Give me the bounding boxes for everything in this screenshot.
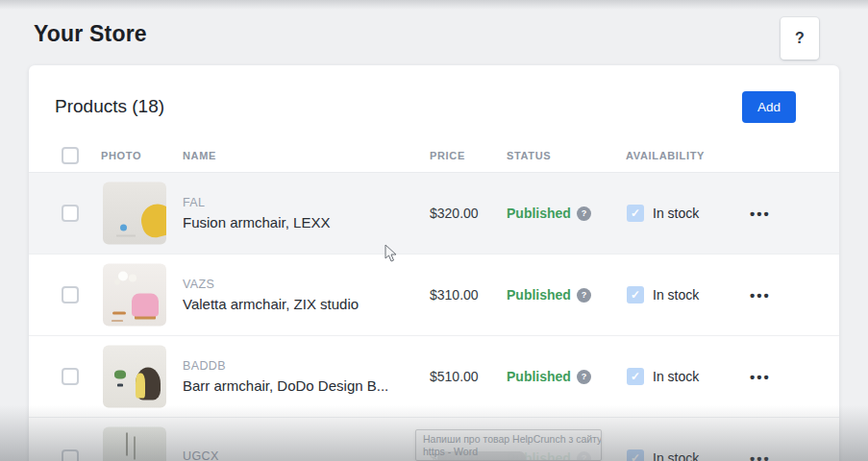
product-price: $310.00 [430,287,479,303]
availability-cell: ✓ In stock [627,449,699,461]
green-plant-photo [103,427,166,461]
product-price: $320.00 [430,206,479,221]
table-row: FAL Fusion armchair, LEXX $320.00 Publis… [29,173,839,255]
table-row: BADDB Barr armchair, DoDo Design B... $5… [29,336,839,418]
add-product-button[interactable]: Add [742,91,796,123]
product-sku: BADDB [183,359,388,373]
tooltip-line-1: Напиши про товар HelpCrunch з сайту виро… [423,433,594,446]
status-help-icon[interactable]: ? [577,206,591,221]
in-stock-checkbox[interactable]: ✓ [627,205,644,222]
product-price: $510.00 [430,369,479,384]
yellow-armchair-photo [103,182,166,245]
page-title: Your Store [34,21,147,47]
in-stock-label: In stock [653,450,699,461]
status-badge: Published [507,369,571,384]
row-actions-menu[interactable]: ••• [750,450,771,461]
in-stock-checkbox[interactable]: ✓ [627,449,644,461]
product-sku: UGCX [183,449,219,461]
row-actions-menu[interactable]: ••• [750,287,771,303]
in-stock-checkbox[interactable]: ✓ [627,286,644,303]
status-help-icon[interactable]: ? [577,370,591,384]
product-name: Fusion armchair, LEXX [183,214,330,230]
product-name-cell: BADDB Barr armchair, DoDo Design B... [183,359,388,394]
column-header-price: PRICE [430,150,465,161]
column-header-photo: PHOTO [101,150,141,161]
product-status-cell: Published ? [507,369,591,384]
pink-armchair-photo [103,264,166,327]
row-actions-menu[interactable]: ••• [750,206,771,222]
product-name: Valetta armchair, ZIX studio [183,296,359,312]
column-header-availability: AVAILABILITY [626,150,705,161]
in-stock-checkbox[interactable]: ✓ [627,368,644,385]
row-select-checkbox[interactable] [62,368,79,385]
row-select-checkbox[interactable] [62,205,79,222]
product-rows: FAL Fusion armchair, LEXX $320.00 Publis… [29,173,839,461]
availability-cell: ✓ In stock [627,286,699,303]
availability-cell: ✓ In stock [627,205,699,222]
product-name-cell: UGCX [183,449,219,461]
brown-armchair-photo [103,346,166,408]
in-stock-label: In stock [653,287,699,303]
column-header-status: STATUS [507,150,551,161]
row-select-checkbox[interactable] [62,449,79,461]
product-sku: FAL [183,196,330,209]
table-header-row: PHOTO NAME PRICE STATUS AVAILABILITY [29,139,839,173]
product-name-cell: VAZS Valetta armchair, ZIX studio [183,278,359,312]
in-stock-label: In stock [653,369,699,384]
availability-cell: ✓ In stock [627,368,699,385]
table-row: VAZS Valetta armchair, ZIX studio $310.0… [29,255,839,336]
help-button[interactable]: ? [781,17,819,60]
product-name: Barr armchair, DoDo Design B... [183,377,388,394]
status-badge: Published [507,287,571,303]
status-badge: Published [507,206,571,221]
product-status-cell: Published ? [507,287,591,303]
top-edge-band [0,0,868,10]
product-sku: VAZS [183,278,359,291]
row-select-checkbox[interactable] [62,286,79,303]
products-panel: Products (18) Add PHOTO NAME PRICE STATU… [29,65,839,461]
products-heading: Products (18) [55,96,164,117]
product-status-cell: Published ? [507,206,591,221]
in-stock-label: In stock [653,206,699,221]
product-name-cell: FAL Fusion armchair, LEXX [183,196,330,230]
select-all-checkbox[interactable] [62,147,79,164]
mouse-cursor [384,244,397,262]
row-actions-menu[interactable]: ••• [750,369,771,385]
tooltip-line-2: https - Word [423,446,594,458]
status-help-icon[interactable]: ? [577,288,591,303]
column-header-name: NAME [183,150,216,161]
taskbar-tooltip: Напиши про товар HelpCrunch з сайту виро… [415,429,602,461]
